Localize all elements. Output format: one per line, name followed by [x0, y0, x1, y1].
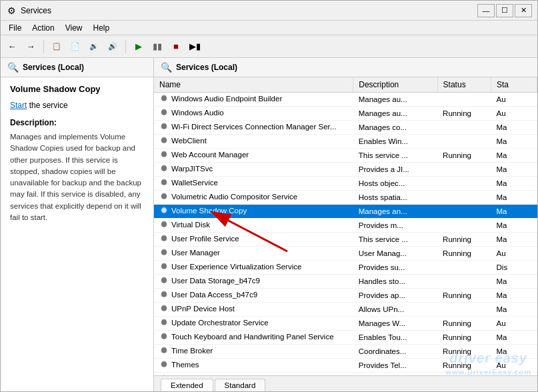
service-startup-cell: Ma: [491, 135, 537, 149]
tab-extended[interactable]: Extended: [161, 379, 213, 391]
menu-action[interactable]: Action: [27, 22, 59, 34]
service-startup-cell: Ma: [491, 205, 537, 219]
service-desc-cell: Handles sto...: [353, 275, 437, 289]
service-desc-cell: Manages an...: [353, 205, 437, 219]
pause-service-button[interactable]: ▮▮: [149, 38, 166, 55]
service-desc-cell: Provides m...: [353, 219, 437, 233]
service-action-line: Start the service: [10, 101, 144, 110]
browse-button[interactable]: 📄: [67, 38, 84, 55]
table-row[interactable]: Time BrokerCoordinates...RunningMa: [154, 345, 537, 359]
table-row[interactable]: Touch Keyboard and Handwriting Panel Ser…: [154, 331, 537, 345]
service-gear-icon: [159, 136, 169, 145]
service-desc-cell: Manages au...: [353, 107, 437, 121]
service-name-cell: User Profile Service: [154, 233, 353, 247]
services-table[interactable]: Name Description Status Sta Windows Audi…: [154, 77, 537, 375]
stop-service-button[interactable]: ■: [167, 38, 185, 55]
table-row[interactable]: Virtual DiskProvides m...Ma: [154, 219, 537, 233]
service-name-cell: User Experience Virtualization Service: [154, 261, 353, 275]
table-row[interactable]: Wi-Fi Direct Services Connection Manager…: [154, 121, 537, 135]
service-desc-cell: Hosts spatia...: [353, 191, 437, 205]
toolbar: ← → 📋 📄 🔉 🔊 ▶ ▮▮ ■ ▶▮: [1, 35, 537, 58]
table-row[interactable]: WebClientEnables Win...Ma: [154, 135, 537, 149]
left-panel-content: Volume Shadow Copy Start the service Des…: [1, 77, 153, 391]
minimize-button[interactable]: —: [477, 4, 495, 17]
right-panel-header: 🔍 Services (Local): [154, 58, 537, 77]
maximize-button[interactable]: ☐: [496, 4, 513, 17]
service-name-cell: Windows Audio Endpoint Builder: [154, 93, 353, 107]
service-name-cell: Windows Audio: [154, 107, 353, 121]
col-header-desc: Description: [353, 77, 437, 93]
service-gear-icon: [159, 318, 169, 327]
table-row[interactable]: ThemesProvides Tel...RunningAu: [154, 359, 537, 373]
table-row[interactable]: User Profile ServiceThis service ...Runn…: [154, 233, 537, 247]
service-gear-icon: [159, 220, 169, 229]
service-status-cell: [437, 219, 491, 233]
table-row[interactable]: Update Orchestrator ServiceManages W...R…: [154, 317, 537, 331]
service-desc-cell: Allows UPn...: [353, 303, 437, 317]
table-row[interactable]: Web Account ManagerThis service ...Runni…: [154, 149, 537, 163]
table-row[interactable]: Windows AudioManages au...RunningAu: [154, 107, 537, 121]
menu-help[interactable]: Help: [88, 22, 115, 34]
service-status-cell: [437, 261, 491, 275]
table-row[interactable]: TelephonyProvides Tel...Ma: [154, 373, 537, 376]
service-desc-cell: Provides ap...: [353, 289, 437, 303]
service-desc-cell: Manages au...: [353, 93, 437, 107]
table-row[interactable]: Windows Audio Endpoint BuilderManages au…: [154, 93, 537, 107]
link-suffix: the service: [27, 101, 67, 110]
left-panel-header: 🔍 Services (Local): [1, 58, 153, 77]
service-startup-cell: Ma: [491, 233, 537, 247]
service-startup-cell: Au: [491, 359, 537, 373]
service-startup-cell: Ma: [491, 191, 537, 205]
service-name-cell: Themes: [154, 359, 353, 373]
table-row[interactable]: WarpJITSvcProvides a JI...Ma: [154, 163, 537, 177]
start-link[interactable]: Start: [10, 101, 27, 110]
table-row[interactable]: Volumetric Audio Compositor ServiceHosts…: [154, 191, 537, 205]
close-button[interactable]: ✕: [515, 4, 532, 17]
service-gear-icon: [159, 164, 169, 173]
toolbar-separator-1: [43, 40, 44, 53]
start-service-button[interactable]: ▶: [130, 38, 147, 55]
service-status-cell: [437, 121, 491, 135]
table-row[interactable]: User Data Storage_b47c9Handles sto...Ma: [154, 275, 537, 289]
service-desc-cell: Enables Win...: [353, 135, 437, 149]
service-desc-cell: User Manag...: [353, 247, 437, 261]
table-row[interactable]: User Data Access_b47c9Provides ap...Runn…: [154, 289, 537, 303]
right-panel-header-text: Services (Local): [176, 63, 237, 72]
service-name-cell: WebClient: [154, 135, 353, 149]
service-gear-icon: [159, 192, 169, 201]
window-icon: ⚙: [6, 5, 17, 16]
table-row[interactable]: Volume Shadow CopyManages an...Ma: [154, 205, 537, 219]
service-name-cell: User Data Access_b47c9: [154, 289, 353, 303]
table-row[interactable]: User ManagerUser Manag...RunningAu: [154, 247, 537, 261]
show-console-button[interactable]: 📋: [48, 38, 65, 55]
service-status-cell: Running: [437, 331, 491, 345]
service-desc-cell: Manages co...: [353, 121, 437, 135]
tab-bar: Extended Standard: [154, 375, 537, 391]
table-row[interactable]: UPnP Device HostAllows UPn...Ma: [154, 303, 537, 317]
service-status-cell: [437, 163, 491, 177]
export-button[interactable]: 🔉: [85, 38, 103, 55]
service-startup-cell: Ma: [491, 289, 537, 303]
menu-file[interactable]: File: [3, 22, 27, 34]
menu-view[interactable]: View: [60, 22, 88, 34]
table-row[interactable]: User Experience Virtualization ServicePr…: [154, 261, 537, 275]
forward-button[interactable]: →: [22, 38, 39, 55]
service-startup-cell: Ma: [491, 373, 537, 376]
table-wrapper: Name Description Status Sta Windows Audi…: [154, 77, 537, 375]
service-name-cell: Telephony: [154, 373, 353, 376]
tab-standard[interactable]: Standard: [215, 379, 266, 391]
restart-service-button[interactable]: ▶▮: [186, 38, 203, 55]
service-startup-cell: Ma: [491, 345, 537, 359]
service-desc-cell: Provides a JI...: [353, 163, 437, 177]
back-button[interactable]: ←: [3, 38, 21, 55]
service-startup-cell: Au: [491, 317, 537, 331]
service-gear-icon: [159, 178, 169, 187]
import-button[interactable]: 🔊: [104, 38, 121, 55]
service-startup-cell: Dis: [491, 261, 537, 275]
description-text: Manages and implements Volume Shadow Cop…: [10, 131, 144, 223]
menu-bar: File Action View Help: [1, 21, 537, 35]
service-name-cell: Touch Keyboard and Handwriting Panel Ser…: [154, 331, 353, 345]
service-status-cell: [437, 275, 491, 289]
table-row[interactable]: WalletServiceHosts objec...Ma: [154, 177, 537, 191]
service-status-cell: Running: [437, 233, 491, 247]
